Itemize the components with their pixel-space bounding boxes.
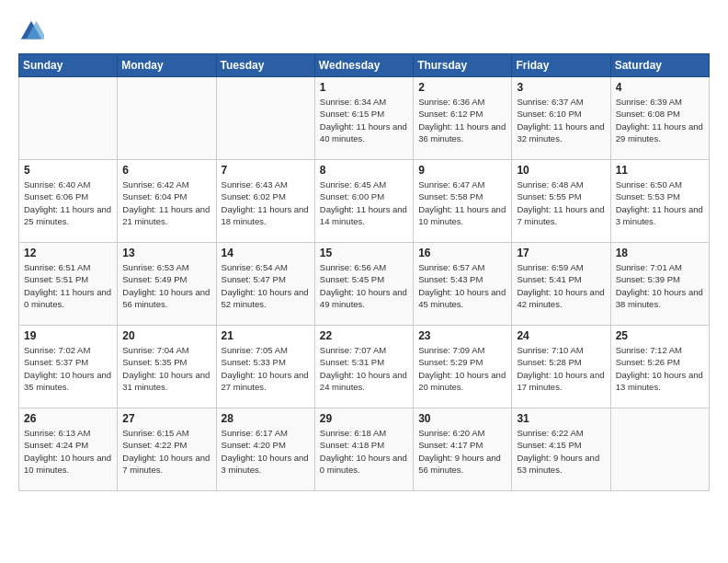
day-info: Sunrise: 6:42 AM Sunset: 6:04 PM Dayligh… [122, 178, 210, 227]
calendar-cell: 10Sunrise: 6:48 AM Sunset: 5:55 PM Dayli… [512, 160, 610, 243]
day-info: Sunrise: 7:05 AM Sunset: 5:33 PM Dayligh… [222, 344, 310, 393]
logo-icon [18, 18, 44, 44]
day-number: 7 [222, 164, 310, 177]
weekday-header: Wednesday [314, 54, 413, 77]
day-number: 29 [320, 412, 408, 425]
day-number: 28 [222, 412, 310, 425]
calendar-cell: 28Sunrise: 6:17 AM Sunset: 4:20 PM Dayli… [216, 408, 314, 491]
day-info: Sunrise: 6:54 AM Sunset: 5:47 PM Dayligh… [222, 261, 310, 310]
day-number: 6 [122, 164, 210, 177]
calendar-cell: 18Sunrise: 7:01 AM Sunset: 5:39 PM Dayli… [610, 243, 709, 326]
day-info: Sunrise: 7:01 AM Sunset: 5:39 PM Dayligh… [616, 261, 704, 310]
calendar-cell: 30Sunrise: 6:20 AM Sunset: 4:17 PM Dayli… [414, 408, 512, 491]
day-number: 17 [517, 247, 605, 259]
calendar-cell: 5Sunrise: 6:40 AM Sunset: 6:06 PM Daylig… [19, 160, 118, 243]
day-info: Sunrise: 7:07 AM Sunset: 5:31 PM Dayligh… [320, 344, 408, 393]
day-number: 9 [418, 164, 506, 177]
calendar-header: SundayMondayTuesdayWednesdayThursdayFrid… [19, 54, 710, 77]
calendar-cell: 1Sunrise: 6:34 AM Sunset: 6:15 PM Daylig… [314, 77, 413, 160]
calendar-cell: 9Sunrise: 6:47 AM Sunset: 5:58 PM Daylig… [414, 160, 512, 243]
day-number: 13 [122, 247, 210, 259]
day-info: Sunrise: 6:51 AM Sunset: 5:51 PM Dayligh… [24, 261, 112, 310]
day-info: Sunrise: 6:59 AM Sunset: 5:41 PM Dayligh… [517, 261, 605, 310]
day-number: 1 [320, 81, 408, 94]
day-info: Sunrise: 6:36 AM Sunset: 6:12 PM Dayligh… [418, 96, 506, 144]
day-info: Sunrise: 6:22 AM Sunset: 4:15 PM Dayligh… [517, 427, 605, 476]
calendar-cell: 8Sunrise: 6:45 AM Sunset: 6:00 PM Daylig… [314, 160, 413, 243]
day-info: Sunrise: 6:57 AM Sunset: 5:43 PM Dayligh… [418, 261, 506, 310]
calendar-week-row: 12Sunrise: 6:51 AM Sunset: 5:51 PM Dayli… [19, 243, 710, 326]
calendar-cell [118, 77, 216, 160]
day-number: 11 [616, 164, 704, 177]
calendar-cell: 26Sunrise: 6:13 AM Sunset: 4:24 PM Dayli… [19, 408, 118, 491]
calendar-cell: 3Sunrise: 6:37 AM Sunset: 6:10 PM Daylig… [512, 77, 610, 160]
day-number: 23 [418, 329, 506, 342]
day-info: Sunrise: 7:12 AM Sunset: 5:26 PM Dayligh… [616, 344, 704, 393]
day-number: 24 [517, 329, 605, 342]
calendar-cell: 23Sunrise: 7:09 AM Sunset: 5:29 PM Dayli… [414, 326, 512, 408]
page-header [18, 18, 710, 44]
weekday-header: Tuesday [216, 54, 314, 77]
weekday-header: Thursday [414, 54, 512, 77]
day-number: 14 [222, 247, 310, 259]
day-info: Sunrise: 7:04 AM Sunset: 5:35 PM Dayligh… [122, 344, 210, 393]
calendar-cell: 22Sunrise: 7:07 AM Sunset: 5:31 PM Dayli… [314, 326, 413, 408]
day-info: Sunrise: 6:37 AM Sunset: 6:10 PM Dayligh… [517, 96, 605, 144]
day-number: 27 [122, 412, 210, 425]
day-number: 22 [320, 329, 408, 342]
day-number: 12 [24, 247, 112, 259]
day-number: 4 [616, 81, 704, 94]
day-info: Sunrise: 6:56 AM Sunset: 5:45 PM Dayligh… [320, 261, 408, 310]
calendar-cell: 31Sunrise: 6:22 AM Sunset: 4:15 PM Dayli… [512, 408, 610, 491]
calendar-cell: 11Sunrise: 6:50 AM Sunset: 5:53 PM Dayli… [610, 160, 709, 243]
day-number: 5 [24, 164, 112, 177]
day-info: Sunrise: 7:10 AM Sunset: 5:28 PM Dayligh… [517, 344, 605, 393]
day-info: Sunrise: 6:45 AM Sunset: 6:00 PM Dayligh… [320, 178, 408, 227]
calendar-week-row: 5Sunrise: 6:40 AM Sunset: 6:06 PM Daylig… [19, 160, 710, 243]
day-number: 2 [418, 81, 506, 94]
calendar-cell: 17Sunrise: 6:59 AM Sunset: 5:41 PM Dayli… [512, 243, 610, 326]
calendar-cell: 2Sunrise: 6:36 AM Sunset: 6:12 PM Daylig… [414, 77, 512, 160]
day-info: Sunrise: 6:18 AM Sunset: 4:18 PM Dayligh… [320, 427, 408, 476]
day-number: 21 [222, 329, 310, 342]
day-info: Sunrise: 6:50 AM Sunset: 5:53 PM Dayligh… [616, 178, 704, 227]
calendar-cell: 4Sunrise: 6:39 AM Sunset: 6:08 PM Daylig… [610, 77, 709, 160]
day-info: Sunrise: 6:13 AM Sunset: 4:24 PM Dayligh… [24, 427, 112, 476]
day-info: Sunrise: 6:20 AM Sunset: 4:17 PM Dayligh… [418, 427, 506, 476]
calendar-cell: 16Sunrise: 6:57 AM Sunset: 5:43 PM Dayli… [414, 243, 512, 326]
day-info: Sunrise: 6:43 AM Sunset: 6:02 PM Dayligh… [222, 178, 310, 227]
day-info: Sunrise: 6:15 AM Sunset: 4:22 PM Dayligh… [122, 427, 210, 476]
day-info: Sunrise: 6:39 AM Sunset: 6:08 PM Dayligh… [616, 96, 704, 144]
calendar-cell [216, 77, 314, 160]
day-number: 8 [320, 164, 408, 177]
day-info: Sunrise: 6:34 AM Sunset: 6:15 PM Dayligh… [320, 96, 408, 144]
calendar-cell: 27Sunrise: 6:15 AM Sunset: 4:22 PM Dayli… [118, 408, 216, 491]
day-number: 10 [517, 164, 605, 177]
calendar-cell: 25Sunrise: 7:12 AM Sunset: 5:26 PM Dayli… [610, 326, 709, 408]
calendar-cell [19, 77, 118, 160]
calendar-week-row: 1Sunrise: 6:34 AM Sunset: 6:15 PM Daylig… [19, 77, 710, 160]
day-number: 30 [418, 412, 506, 425]
weekday-header: Friday [512, 54, 610, 77]
calendar-cell: 21Sunrise: 7:05 AM Sunset: 5:33 PM Dayli… [216, 326, 314, 408]
calendar-cell: 20Sunrise: 7:04 AM Sunset: 5:35 PM Dayli… [118, 326, 216, 408]
day-number: 31 [517, 412, 605, 425]
calendar-cell: 12Sunrise: 6:51 AM Sunset: 5:51 PM Dayli… [19, 243, 118, 326]
weekday-header: Saturday [610, 54, 709, 77]
day-number: 16 [418, 247, 506, 259]
day-info: Sunrise: 7:09 AM Sunset: 5:29 PM Dayligh… [418, 344, 506, 393]
calendar-cell: 29Sunrise: 6:18 AM Sunset: 4:18 PM Dayli… [314, 408, 413, 491]
day-number: 25 [616, 329, 704, 342]
day-info: Sunrise: 6:47 AM Sunset: 5:58 PM Dayligh… [418, 178, 506, 227]
day-info: Sunrise: 6:40 AM Sunset: 6:06 PM Dayligh… [24, 178, 112, 227]
calendar-cell: 14Sunrise: 6:54 AM Sunset: 5:47 PM Dayli… [216, 243, 314, 326]
calendar-table: SundayMondayTuesdayWednesdayThursdayFrid… [18, 53, 710, 491]
calendar-cell: 7Sunrise: 6:43 AM Sunset: 6:02 PM Daylig… [216, 160, 314, 243]
day-info: Sunrise: 6:48 AM Sunset: 5:55 PM Dayligh… [517, 178, 605, 227]
logo [18, 18, 48, 44]
day-number: 3 [517, 81, 605, 94]
calendar-week-row: 26Sunrise: 6:13 AM Sunset: 4:24 PM Dayli… [19, 408, 710, 491]
calendar-cell: 24Sunrise: 7:10 AM Sunset: 5:28 PM Dayli… [512, 326, 610, 408]
day-info: Sunrise: 7:02 AM Sunset: 5:37 PM Dayligh… [24, 344, 112, 393]
day-number: 26 [24, 412, 112, 425]
